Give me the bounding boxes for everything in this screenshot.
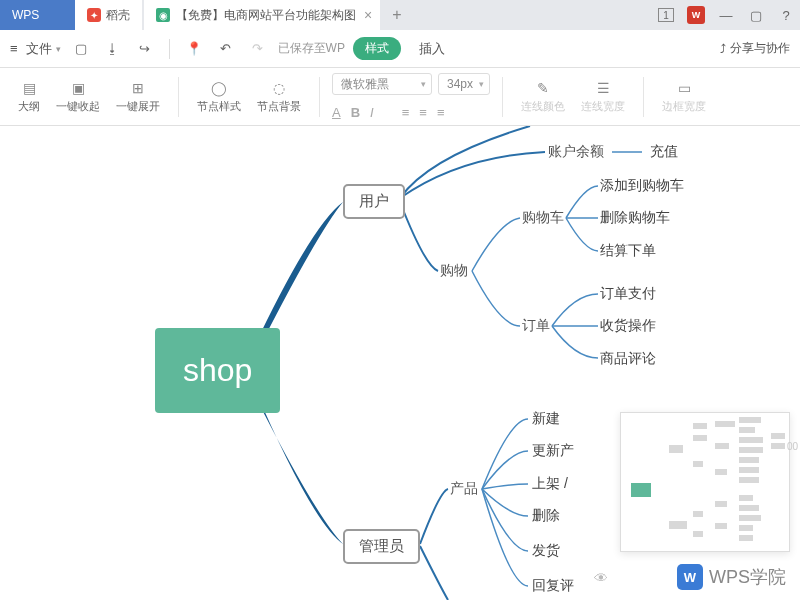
menu-file[interactable]: 文件▾: [26, 40, 61, 58]
font-color-button[interactable]: A: [332, 105, 341, 120]
node-ship[interactable]: 发货: [532, 542, 560, 560]
node-balance[interactable]: 账户余额: [548, 143, 604, 161]
node-product[interactable]: 产品: [450, 480, 478, 498]
close-icon[interactable]: ×: [364, 7, 372, 23]
node-order-receive[interactable]: 收货操作: [600, 317, 656, 335]
node-cart-del[interactable]: 删除购物车: [600, 209, 670, 227]
export-icon[interactable]: ↪: [133, 37, 157, 61]
download-icon[interactable]: ⭳: [101, 37, 125, 61]
share-icon: ⤴: [720, 42, 726, 56]
italic-button[interactable]: I: [370, 105, 374, 120]
save-icon[interactable]: ▢: [69, 37, 93, 61]
node-shopping[interactable]: 购物: [440, 262, 468, 280]
undo-icon[interactable]: ↶: [214, 37, 238, 61]
node-style-button[interactable]: ◯节点样式: [191, 77, 247, 116]
node-admin[interactable]: 管理员: [343, 529, 420, 564]
menubar: ≡ 文件▾ ▢ ⭳ ↪ 📍 ↶ ↷ 已保存至WP 样式 插入 ⤴ 分享与协作: [0, 30, 800, 68]
node-order-review[interactable]: 商品评论: [600, 350, 656, 368]
node-order[interactable]: 订单: [522, 317, 550, 335]
save-status: 已保存至WP: [278, 40, 345, 57]
toolbar: ▤大纲 ▣一键收起 ⊞一键展开 ◯节点样式 ◌节点背景 微软雅黑 34px A …: [0, 68, 800, 126]
font-family-select[interactable]: 微软雅黑: [332, 73, 432, 95]
wps-logo[interactable]: W: [682, 1, 710, 29]
minimap[interactable]: [620, 412, 790, 552]
titlebar: WPS ✦稻壳 ◉ 【免费】电商网站平台功能架构图 × + 1 W — ▢ ?: [0, 0, 800, 30]
window-count[interactable]: 1: [652, 1, 680, 29]
node-prod-update[interactable]: 更新产: [532, 442, 574, 460]
node-recharge[interactable]: 充值: [650, 143, 678, 161]
mindmap-canvas[interactable]: shop 用户 管理员 账户余额 充值 购物 购物车 添加到购物车 删除购物车 …: [0, 126, 800, 600]
align-right-button[interactable]: ≡: [437, 105, 445, 120]
tab-style[interactable]: 样式: [353, 37, 401, 60]
mindmap-doc-icon: ◉: [156, 8, 170, 22]
node-cart-add[interactable]: 添加到购物车: [600, 177, 684, 195]
node-cart-checkout[interactable]: 结算下单: [600, 242, 656, 260]
node-reply[interactable]: 回复评: [532, 577, 574, 595]
fire-icon: ✦: [87, 8, 101, 22]
outline-button[interactable]: ▤大纲: [12, 77, 46, 116]
minimize-button[interactable]: —: [712, 1, 740, 29]
tab-add[interactable]: +: [380, 0, 410, 30]
wps-watermark-logo: W: [677, 564, 703, 590]
align-left-button[interactable]: ≡: [402, 105, 410, 120]
separator: [169, 39, 170, 59]
tab-wps[interactable]: WPS: [0, 0, 75, 30]
menu-hamburger-icon[interactable]: ≡: [10, 41, 18, 56]
node-prod-shelf[interactable]: 上架 /: [532, 475, 568, 493]
tab-docer[interactable]: ✦稻壳: [75, 0, 142, 30]
share-button[interactable]: ⤴ 分享与协作: [720, 40, 790, 57]
zoom-value: 00: [787, 441, 798, 452]
node-prod-new[interactable]: 新建: [532, 410, 560, 428]
line-color-button[interactable]: ✎连线颜色: [515, 77, 571, 116]
maximize-button[interactable]: ▢: [742, 1, 770, 29]
redo-icon[interactable]: ↷: [246, 37, 270, 61]
node-cart[interactable]: 购物车: [522, 209, 564, 227]
font-size-select[interactable]: 34px: [438, 73, 490, 95]
watermark: W WPS学院: [677, 564, 786, 590]
help-button[interactable]: ?: [772, 1, 800, 29]
line-width-button[interactable]: ☰连线宽度: [575, 77, 631, 116]
align-center-button[interactable]: ≡: [419, 105, 427, 120]
tab-insert[interactable]: 插入: [419, 40, 445, 58]
node-prod-delete[interactable]: 删除: [532, 507, 560, 525]
node-root[interactable]: shop: [155, 328, 280, 413]
bold-button[interactable]: B: [351, 105, 360, 120]
eye-icon[interactable]: 👁: [594, 570, 608, 586]
expand-all-button[interactable]: ⊞一键展开: [110, 77, 166, 116]
doc-title: 【免费】电商网站平台功能架构图: [176, 7, 356, 24]
collapse-all-button[interactable]: ▣一键收起: [50, 77, 106, 116]
node-user[interactable]: 用户: [343, 184, 405, 219]
format-painter-icon[interactable]: 📍: [182, 37, 206, 61]
node-order-pay[interactable]: 订单支付: [600, 285, 656, 303]
border-width-button[interactable]: ▭边框宽度: [656, 77, 712, 116]
node-bg-button[interactable]: ◌节点背景: [251, 77, 307, 116]
tab-document[interactable]: ◉ 【免费】电商网站平台功能架构图 ×: [144, 0, 380, 30]
